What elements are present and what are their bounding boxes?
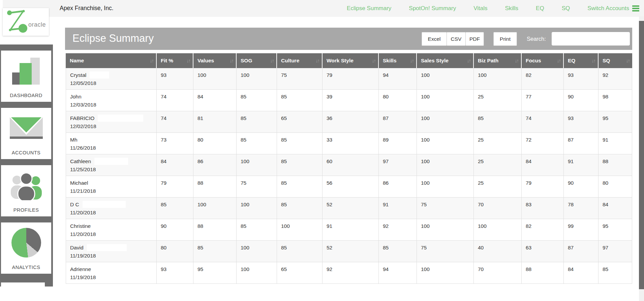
person-name: D C: [70, 202, 79, 207]
sort-icon[interactable]: ↓↑: [515, 58, 519, 63]
score-cell: 85: [277, 241, 323, 262]
app-logo[interactable]: oracle: [3, 8, 49, 36]
sort-icon[interactable]: ↓↑: [592, 58, 595, 63]
sort-icon[interactable]: ↓↑: [187, 58, 190, 63]
column-label: Work Style: [327, 58, 354, 64]
score-cell: 25: [474, 90, 522, 111]
score-cell: 85: [277, 198, 323, 219]
table-row: Adrienne11/19/20189395100659294100708884…: [66, 262, 632, 284]
column-label: SOG: [241, 58, 252, 64]
pdf-button[interactable]: PDF: [465, 32, 484, 46]
score-cell: 75: [277, 68, 323, 89]
column-header-name[interactable]: Name↓↑: [66, 53, 157, 68]
score-cell: 85: [277, 154, 323, 176]
sidebar-item-partial: [1, 282, 45, 287]
score-cell: 63: [522, 241, 564, 262]
pie-chart-icon: [1, 222, 51, 263]
sort-icon[interactable]: ↓↑: [270, 58, 274, 63]
sort-icon[interactable]: ↓↑: [150, 58, 154, 63]
score-cell: 92: [379, 219, 417, 240]
sort-icon[interactable]: ↓↑: [467, 58, 471, 63]
column-header-work-style[interactable]: Work Style↓↑: [323, 53, 379, 68]
sidebar-item-dashboard[interactable]: DASHBOARD: [1, 51, 51, 102]
nav-item-eclipse-summary[interactable]: Eclipse Summary: [347, 5, 391, 12]
sort-icon[interactable]: ↓↑: [557, 58, 561, 63]
score-cell: 85: [277, 90, 323, 111]
column-header-culture[interactable]: Culture↓↑: [277, 53, 323, 68]
sidebar-item-label: ACCOUNTS: [12, 150, 40, 155]
column-header-biz-path[interactable]: Biz Path↓↑: [474, 53, 522, 68]
score-cell: 89: [379, 133, 417, 154]
nav-item-sq[interactable]: SQ: [562, 5, 570, 12]
score-cell: 88: [522, 262, 564, 283]
sort-icon[interactable]: ↓↑: [626, 58, 630, 63]
score-cell: 95: [599, 219, 632, 240]
column-header-values[interactable]: Values↓↑: [193, 53, 237, 68]
score-cell: 93: [564, 68, 599, 89]
score-cell: 90: [157, 219, 193, 240]
score-cell: 85: [193, 241, 237, 262]
nav-item-spoton-summary[interactable]: SpotOn! Summary: [409, 5, 456, 12]
table-row: FABRICIO12/02/20187481856536871008574939…: [66, 111, 632, 133]
column-label: Biz Path: [478, 58, 498, 64]
score-cell: 72: [522, 133, 564, 154]
score-cell: 93: [157, 262, 193, 283]
score-cell: 84: [522, 154, 564, 176]
table-row: Mh11/26/201873808585338910025728791: [66, 133, 632, 154]
person-name: FABRICIO: [70, 115, 94, 121]
score-cell: 80: [157, 241, 193, 262]
score-cell: 56: [323, 176, 379, 197]
score-cell: 88: [193, 219, 237, 240]
score-cell: 92: [323, 262, 379, 283]
column-header-sq[interactable]: SQ↓↑: [599, 53, 632, 68]
column-label: Sales Style: [421, 58, 449, 64]
hamburger-icon[interactable]: [632, 5, 639, 11]
score-cell: 39: [323, 90, 379, 111]
score-cell: 65: [277, 111, 323, 132]
score-cell: 70: [474, 262, 522, 283]
score-cell: 80: [379, 90, 417, 111]
scrollbar-thumb[interactable]: [639, 21, 644, 289]
score-cell: 74: [522, 111, 564, 132]
column-header-sog[interactable]: SOG↓↑: [237, 53, 277, 68]
column-header-sales-style[interactable]: Sales Style↓↑: [417, 53, 474, 68]
score-cell: 84: [564, 262, 599, 283]
search-input[interactable]: [552, 32, 630, 46]
export-button-group: ExcelCSVPDFPrint: [422, 32, 517, 46]
vertical-scrollbar[interactable]: [639, 16, 644, 301]
sidebar-item-profiles[interactable]: PROFILES: [1, 165, 51, 216]
logo-wordmark: oracle: [28, 21, 46, 28]
sort-icon[interactable]: ↓↑: [230, 58, 234, 63]
score-cell: 94: [379, 262, 417, 283]
sort-icon[interactable]: ↓↑: [372, 58, 376, 63]
score-cell: 91: [599, 133, 632, 154]
csv-button[interactable]: CSV: [447, 32, 466, 46]
search-label: Search:: [527, 28, 546, 50]
column-header-fit[interactable]: Fit %↓↑: [157, 53, 193, 68]
name-cell: FABRICIO12/02/2018: [66, 111, 157, 132]
nav-item-switch-accounts[interactable]: Switch Accounts: [587, 5, 639, 12]
nav-item-vitals[interactable]: Vitals: [473, 5, 487, 12]
score-cell: 70: [474, 198, 522, 219]
name-cell: David11/19/2018: [66, 241, 157, 262]
column-header-skills[interactable]: Skills↓↑: [379, 53, 417, 68]
sidebar-item-accounts[interactable]: ACCOUNTS: [1, 108, 51, 159]
sidebar-item-analytics[interactable]: ANALYTICS: [1, 222, 51, 274]
column-header-focus[interactable]: Focus↓↑: [522, 53, 564, 68]
sort-icon[interactable]: ↓↑: [410, 58, 414, 63]
nav-item-eq[interactable]: EQ: [536, 5, 544, 12]
nav-item-skills[interactable]: Skills: [505, 5, 518, 12]
excel-button[interactable]: Excel: [422, 32, 447, 46]
score-cell: 90: [564, 176, 599, 197]
score-cell: 100: [417, 262, 474, 283]
sort-icon[interactable]: ↓↑: [316, 58, 319, 63]
company-name: Apex Franchise, Inc.: [60, 0, 114, 17]
column-header-eq[interactable]: EQ↓↑: [564, 53, 599, 68]
print-button[interactable]: Print: [493, 32, 517, 46]
score-cell: 85: [474, 111, 522, 132]
score-cell: 90: [564, 90, 599, 111]
name-cell: Michael11/21/2018: [66, 176, 157, 197]
score-cell: 85: [277, 133, 323, 154]
redaction-box: [98, 115, 143, 122]
corner-notch: [0, 0, 3, 17]
